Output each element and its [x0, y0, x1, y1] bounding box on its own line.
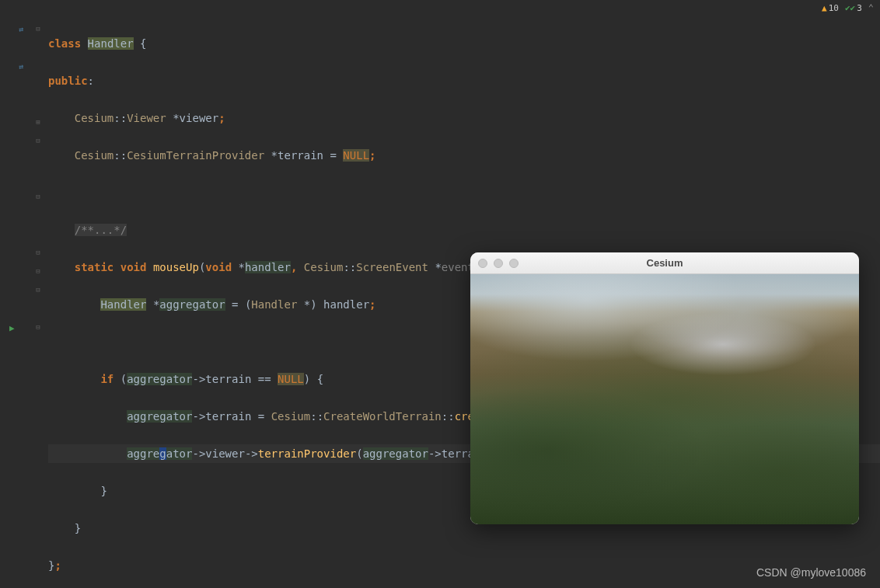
code-line: Cesium::CesiumTerrainProvider *terrain =…	[48, 146, 880, 165]
check-count: 3	[857, 3, 862, 13]
window-titlebar[interactable]: Cesium	[470, 252, 859, 274]
warning-icon: ▲	[822, 3, 827, 13]
check-icon: ✔✔	[845, 3, 855, 13]
fold-marker[interactable]: ⊟	[34, 25, 42, 33]
code-line: /**...*/	[48, 221, 880, 239]
swap-icon[interactable]: ⇄	[19, 62, 23, 71]
fold-column: ⊟ ⊞ ⊟ ⊟ ⊟ ⊟ ⊟ ⊟	[33, 16, 45, 588]
fold-marker[interactable]: ⊟	[34, 193, 42, 200]
fold-marker[interactable]: ⊟	[34, 267, 42, 275]
cesium-viewport[interactable]	[470, 274, 859, 524]
code-line: };	[48, 556, 880, 575]
code-line: Cesium::Viewer *viewer;	[48, 109, 880, 127]
fold-marker[interactable]: ⊟	[34, 137, 42, 144]
run-icon[interactable]: ▶	[9, 323, 15, 333]
fold-marker[interactable]: ⊟	[34, 249, 42, 256]
watermark: CSDN @mylove10086	[756, 566, 866, 579]
cesium-window[interactable]: Cesium	[470, 252, 859, 524]
code-line: public:	[48, 71, 880, 90]
gutter: ⇄ ⇄ ▶	[0, 16, 33, 588]
fold-marker[interactable]: ⊞	[34, 118, 42, 126]
window-title: Cesium	[470, 257, 859, 269]
swap-icon[interactable]: ⇄	[19, 25, 23, 33]
collapse-icon[interactable]: ⌃	[868, 2, 874, 13]
fold-marker[interactable]: ⊟	[34, 286, 42, 294]
code-line: class Handler {	[48, 34, 880, 53]
checks-badge[interactable]: ✔✔3	[845, 3, 862, 13]
warnings-badge[interactable]: ▲10	[822, 3, 839, 13]
warn-count: 10	[829, 3, 839, 13]
fold-marker[interactable]: ⊟	[34, 323, 42, 331]
editor-top-bar: ▲10 ✔✔3 ⌃	[0, 0, 880, 16]
